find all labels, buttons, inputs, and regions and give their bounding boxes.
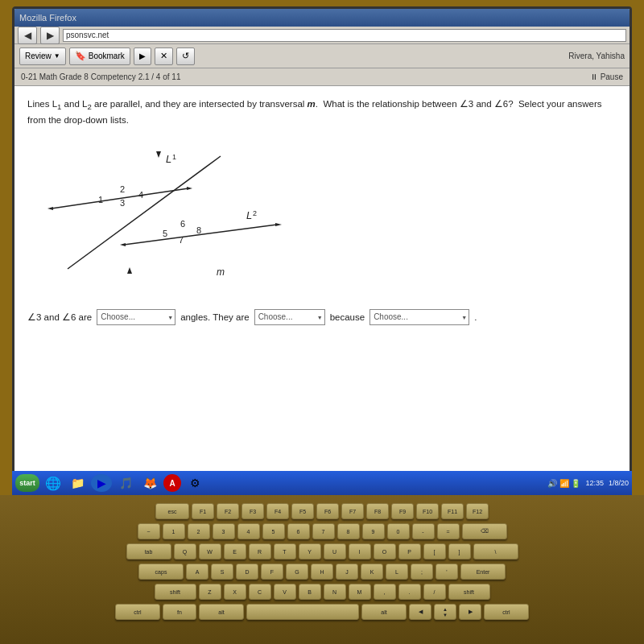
- key-rshift[interactable]: shift: [448, 584, 490, 600]
- key-o[interactable]: O: [374, 543, 396, 559]
- pause-button[interactable]: ⏸ Pause: [590, 72, 623, 81]
- key-enter[interactable]: Enter: [460, 564, 506, 580]
- key-s[interactable]: S: [211, 564, 233, 580]
- key-f1[interactable]: F1: [192, 503, 214, 519]
- relationship-select-wrapper[interactable]: Choose... equal supplementary: [254, 309, 325, 325]
- key-f9[interactable]: F9: [391, 503, 414, 519]
- app-icon[interactable]: A: [163, 474, 181, 492]
- reason-select-wrapper[interactable]: Choose... lines are parallel lines are p…: [369, 309, 469, 325]
- key-m[interactable]: M: [349, 584, 371, 600]
- key-2[interactable]: 2: [188, 523, 210, 539]
- start-button[interactable]: start: [15, 474, 39, 492]
- key-w[interactable]: W: [199, 543, 221, 559]
- refresh-button[interactable]: ↺: [176, 47, 195, 65]
- key-ralt[interactable]: alt: [361, 604, 407, 620]
- key-minus[interactable]: -: [412, 523, 435, 539]
- key-z[interactable]: Z: [199, 584, 221, 600]
- key-fn[interactable]: fn: [163, 604, 196, 620]
- key-caps[interactable]: caps: [138, 564, 184, 580]
- folder-icon[interactable]: 📁: [67, 474, 88, 492]
- key-0[interactable]: 0: [387, 523, 410, 539]
- key-7[interactable]: 7: [312, 523, 335, 539]
- key-right[interactable]: ▶: [459, 604, 481, 620]
- key-e[interactable]: E: [224, 543, 246, 559]
- address-input[interactable]: [63, 29, 626, 42]
- svg-text:L: L: [246, 209, 252, 221]
- key-g[interactable]: G: [286, 564, 308, 580]
- key-f2[interactable]: F2: [217, 503, 239, 519]
- key-3[interactable]: 3: [213, 523, 235, 539]
- key-left[interactable]: ◀: [409, 604, 431, 620]
- key-rctrl[interactable]: ctrl: [484, 604, 529, 620]
- key-j[interactable]: J: [336, 564, 358, 580]
- key-backtick[interactable]: ~: [138, 523, 160, 539]
- back-button[interactable]: ◀: [18, 27, 37, 44]
- bookmark-icon: 🔖: [75, 51, 86, 61]
- chrome-icon[interactable]: ⚙: [184, 474, 205, 492]
- key-1[interactable]: 1: [163, 523, 185, 539]
- media-icon[interactable]: ▶: [91, 474, 112, 492]
- key-f6[interactable]: F6: [316, 503, 339, 519]
- key-i[interactable]: I: [349, 543, 371, 559]
- key-q[interactable]: Q: [174, 543, 196, 559]
- key-f4[interactable]: F4: [266, 503, 289, 519]
- key-r[interactable]: R: [249, 543, 271, 559]
- key-x[interactable]: X: [224, 584, 246, 600]
- key-esc[interactable]: esc: [155, 503, 189, 519]
- key-f12[interactable]: F12: [466, 503, 489, 519]
- close-x-button[interactable]: ✕: [155, 47, 173, 65]
- review-button[interactable]: Review ▼: [19, 47, 66, 65]
- key-h[interactable]: H: [311, 564, 333, 580]
- key-8[interactable]: 8: [337, 523, 360, 539]
- reason-select[interactable]: Choose... lines are parallel lines are p…: [369, 309, 469, 325]
- key-c[interactable]: C: [249, 584, 271, 600]
- key-f10[interactable]: F10: [416, 503, 439, 519]
- angle-type-select[interactable]: Choose... alternate interior alternate e…: [97, 309, 175, 325]
- key-backspace[interactable]: ⌫: [462, 523, 507, 539]
- key-f11[interactable]: F11: [441, 503, 464, 519]
- key-f8[interactable]: F8: [366, 503, 389, 519]
- key-lshift[interactable]: shift: [155, 584, 196, 600]
- key-n[interactable]: N: [324, 584, 346, 600]
- key-4[interactable]: 4: [237, 523, 260, 539]
- pointer-button[interactable]: ▶: [134, 47, 151, 65]
- key-lbracket[interactable]: [: [423, 543, 446, 559]
- key-space[interactable]: [246, 604, 359, 620]
- bookmark-button[interactable]: 🔖 Bookmark: [69, 47, 130, 65]
- key-rbracket[interactable]: ]: [448, 543, 471, 559]
- key-t[interactable]: T: [274, 543, 296, 559]
- key-9[interactable]: 9: [362, 523, 385, 539]
- key-equals[interactable]: =: [437, 523, 460, 539]
- key-f7[interactable]: F7: [341, 503, 364, 519]
- key-f3[interactable]: F3: [242, 503, 264, 519]
- key-f[interactable]: F: [261, 564, 283, 580]
- key-slash[interactable]: /: [423, 584, 446, 600]
- question-info: 0-21 Math Grade 8 Competency 2.1 / 4 of …: [21, 72, 180, 81]
- key-y[interactable]: Y: [299, 543, 321, 559]
- key-tab[interactable]: tab: [126, 543, 171, 559]
- key-backslash[interactable]: \: [473, 543, 518, 559]
- firefox-icon[interactable]: 🦊: [139, 474, 160, 492]
- key-lctrl[interactable]: ctrl: [115, 604, 160, 620]
- forward-button[interactable]: ▶: [40, 27, 60, 44]
- spotify-icon[interactable]: 🎵: [115, 474, 136, 492]
- key-alt[interactable]: alt: [199, 604, 244, 620]
- angle-type-select-wrapper[interactable]: Choose... alternate interior alternate e…: [97, 309, 175, 325]
- key-period[interactable]: .: [398, 584, 421, 600]
- key-u[interactable]: U: [324, 543, 346, 559]
- relationship-select[interactable]: Choose... equal supplementary: [254, 309, 325, 325]
- ie-icon[interactable]: 🌐: [43, 474, 64, 492]
- key-l[interactable]: L: [386, 564, 408, 580]
- key-quote[interactable]: ': [436, 564, 458, 580]
- key-a[interactable]: A: [186, 564, 208, 580]
- key-d[interactable]: D: [236, 564, 258, 580]
- key-p[interactable]: P: [398, 543, 421, 559]
- key-f5[interactable]: F5: [291, 503, 314, 519]
- key-comma[interactable]: ,: [374, 584, 396, 600]
- key-6[interactable]: 6: [287, 523, 310, 539]
- key-v[interactable]: V: [274, 584, 296, 600]
- key-semicolon[interactable]: ;: [411, 564, 433, 580]
- key-k[interactable]: K: [361, 564, 383, 580]
- key-b[interactable]: B: [299, 584, 321, 600]
- key-5[interactable]: 5: [262, 523, 285, 539]
